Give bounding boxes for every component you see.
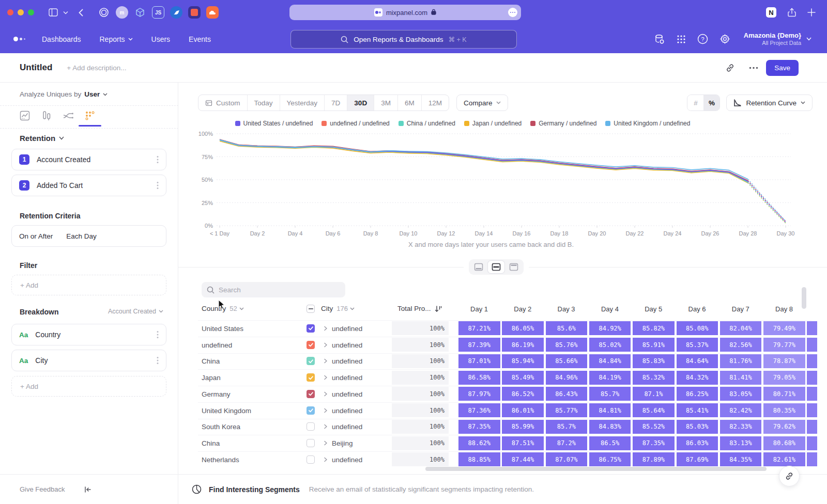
criteria-interval[interactable]: Each Day xyxy=(66,232,97,240)
retention-cell[interactable]: 87.07% xyxy=(546,452,588,466)
retention-cell[interactable]: 79.49% xyxy=(763,321,805,335)
kebab-menu-icon[interactable] xyxy=(157,181,159,190)
retention-cell[interactable]: 85.03% xyxy=(677,420,718,434)
retention-cell[interactable]: 80.71% xyxy=(763,387,805,401)
retention-cell[interactable]: 85.77% xyxy=(546,403,588,417)
project-switcher[interactable]: Amazonia {Demo} All Project Data xyxy=(744,32,801,47)
window-zoom-button[interactable] xyxy=(28,9,34,15)
chevron-right-icon[interactable] xyxy=(324,391,328,397)
extension-rings-icon[interactable] xyxy=(98,6,110,19)
retention-cell[interactable]: 87.69% xyxy=(677,452,718,466)
chevron-right-icon[interactable] xyxy=(324,342,328,348)
extension-js-icon[interactable]: JS xyxy=(152,6,164,19)
retention-step-1[interactable]: 1Account Created xyxy=(11,149,166,170)
retention-cell[interactable]: 83.05% xyxy=(720,387,762,401)
tab-flows-icon[interactable] xyxy=(62,109,74,122)
breakdown-event-selector[interactable]: Account Created xyxy=(108,308,163,315)
share-link-fab[interactable] xyxy=(779,466,800,486)
chevron-right-icon[interactable] xyxy=(324,424,328,429)
retention-cell[interactable]: 80.35% xyxy=(763,403,805,417)
chevron-right-icon[interactable] xyxy=(324,375,328,380)
retention-cell[interactable]: 84.96% xyxy=(546,371,588,385)
retention-cell[interactable]: 82.04% xyxy=(720,321,762,335)
extension-soundcloud-icon[interactable] xyxy=(206,6,219,19)
chevron-right-icon[interactable] xyxy=(324,408,328,413)
extension-producthunt-icon[interactable] xyxy=(188,6,201,19)
extension-bird-icon[interactable] xyxy=(170,6,182,19)
nav-reports[interactable]: Reports xyxy=(100,35,133,43)
retention-cell[interactable]: 85.82% xyxy=(633,321,675,335)
retention-cell[interactable]: 87.39% xyxy=(458,338,500,352)
retention-cell[interactable]: 86.5% xyxy=(589,436,631,450)
collapse-sidebar-icon[interactable] xyxy=(84,486,91,493)
breakdown-property-label[interactable]: Country xyxy=(35,330,60,339)
row-checkbox[interactable] xyxy=(307,373,315,382)
row-checkbox[interactable] xyxy=(307,406,315,415)
page-options-icon[interactable] xyxy=(508,8,517,17)
retention-cell[interactable]: 85.7% xyxy=(589,387,631,401)
retention-cell[interactable]: 87.35% xyxy=(458,420,500,434)
row-checkbox[interactable] xyxy=(307,341,315,349)
kebab-menu-icon[interactable] xyxy=(157,330,159,339)
step-event-label[interactable]: Account Created xyxy=(37,155,90,164)
window-close-button[interactable] xyxy=(7,9,13,15)
extension-m-icon[interactable]: m xyxy=(116,6,128,19)
retention-cell[interactable]: 84.92% xyxy=(589,321,631,335)
retention-cell[interactable]: 83.13% xyxy=(720,436,762,450)
back-icon[interactable] xyxy=(79,9,83,17)
horizontal-scrollbar[interactable] xyxy=(425,467,767,471)
retention-cell[interactable]: 86.58% xyxy=(458,371,500,385)
retention-cell[interactable]: 84.84% xyxy=(589,354,631,368)
nav-dashboards[interactable]: Dashboards xyxy=(42,35,81,43)
save-button[interactable]: Save xyxy=(766,60,799,76)
tab-insights-icon[interactable] xyxy=(19,109,31,122)
criteria-condition[interactable]: On or After xyxy=(19,232,53,240)
retention-cell[interactable]: 84.35% xyxy=(720,452,762,466)
retention-cell[interactable]: 88.85% xyxy=(458,452,500,466)
row-checkbox[interactable] xyxy=(307,357,315,365)
row-checkbox[interactable] xyxy=(307,324,315,333)
retention-cell[interactable]: 86.03% xyxy=(677,436,718,450)
window-minimize-button[interactable] xyxy=(18,9,24,15)
retention-cell[interactable]: 84.83% xyxy=(589,420,631,434)
copy-link-icon[interactable] xyxy=(725,63,735,73)
row-checkbox[interactable] xyxy=(307,455,315,464)
retention-cell[interactable]: 87.51% xyxy=(502,436,544,450)
retention-cell[interactable]: 87.21% xyxy=(458,321,500,335)
retention-cell[interactable]: 86.25% xyxy=(677,387,718,401)
breakdown-city[interactable]: AaCity xyxy=(11,350,166,371)
chevron-right-icon[interactable] xyxy=(324,440,328,446)
retention-cell[interactable]: 85.76% xyxy=(546,338,588,352)
retention-cell[interactable]: 79.62% xyxy=(763,420,805,434)
global-search[interactable]: Open Reports & Dashboards ⌘ + K xyxy=(290,30,517,49)
retention-cell[interactable]: 78.87% xyxy=(763,354,805,368)
kebab-menu-icon[interactable] xyxy=(157,356,159,365)
retention-cell[interactable]: 81.76% xyxy=(720,354,762,368)
retention-cell[interactable]: 86.75% xyxy=(589,452,631,466)
retention-cell[interactable]: 87.36% xyxy=(458,403,500,417)
notion-extension-icon[interactable]: N xyxy=(766,7,776,18)
apps-grid-icon[interactable] xyxy=(677,35,686,44)
give-feedback-link[interactable]: Give Feedback xyxy=(20,485,65,493)
retention-cell[interactable]: 85.02% xyxy=(589,338,631,352)
settings-gear-icon[interactable] xyxy=(719,34,730,44)
retention-cell[interactable]: 87.01% xyxy=(458,354,500,368)
retention-step-2[interactable]: 2Added To Cart xyxy=(11,175,166,196)
retention-cell[interactable]: 87.44% xyxy=(502,452,544,466)
retention-cell[interactable]: 85.66% xyxy=(546,354,588,368)
retention-cell[interactable]: 86.01% xyxy=(502,403,544,417)
tab-funnels-icon[interactable] xyxy=(40,109,53,122)
vertical-scrollbar[interactable] xyxy=(802,287,806,309)
retention-cell[interactable]: 79.05% xyxy=(763,371,805,385)
retention-cell[interactable]: 85.41% xyxy=(677,403,718,417)
kebab-menu-icon[interactable] xyxy=(157,155,159,164)
retention-cell[interactable]: 84.19% xyxy=(589,371,631,385)
report-title[interactable]: Untitled xyxy=(20,62,52,73)
retention-cell[interactable]: 85.99% xyxy=(502,420,544,434)
retention-cell[interactable]: 85.32% xyxy=(633,371,675,385)
retention-cell[interactable]: 85.64% xyxy=(633,403,675,417)
retention-cell[interactable]: 87.2% xyxy=(546,436,588,450)
share-icon[interactable] xyxy=(788,8,796,17)
retention-cell[interactable]: 86.05% xyxy=(502,321,544,335)
add-filter-button[interactable]: + Add xyxy=(11,275,166,295)
